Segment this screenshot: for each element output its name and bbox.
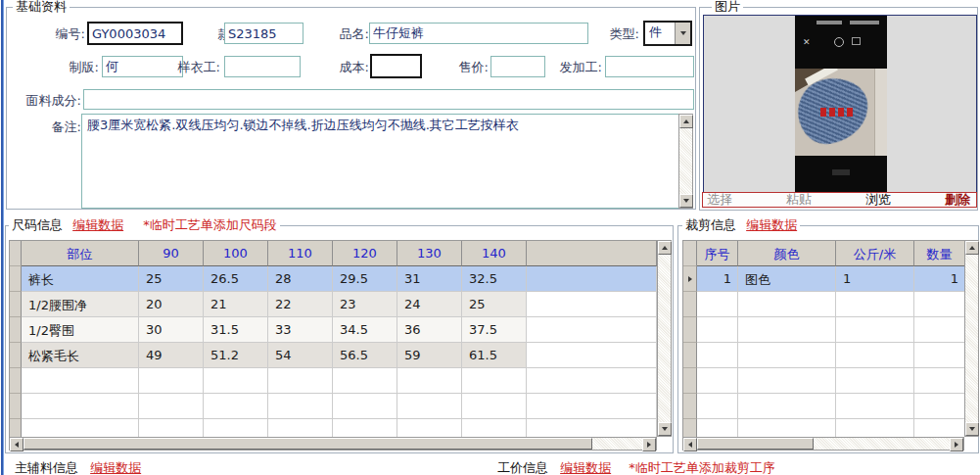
size-cell[interactable]: 26.5 [204,266,268,292]
window-left-border [0,0,4,475]
product-photo: ✕ [795,16,887,193]
size-col-header: 120 [333,241,397,266]
code-input[interactable] [87,22,183,45]
size-cell-part[interactable]: 1/2腰围净 [22,292,139,317]
materials-group-title: 主辅料信息 [15,460,78,475]
materials-edit-data-link[interactable]: 编辑数据 [90,460,141,475]
pattern-maker-label: 制版: [48,59,99,76]
size-note: *临时工艺单添加尺码段 [143,217,277,232]
size-cell[interactable]: 22 [268,292,333,317]
sample-worker-input[interactable] [224,56,301,77]
cutting-table-vscrollbar[interactable] [964,240,979,437]
labor-group-legend: 工价信息 编辑数据 *临时工艺单添加裁剪工序 [497,459,775,475]
phone-gallery-icon [852,37,861,45]
size-cell[interactable]: 37.5 [462,317,527,343]
cutting-cell-kgm[interactable]: 1 [836,266,914,292]
cutting-table: 序号 颜色 公斤/米 数量 1 图色 1 1 [682,240,964,437]
size-cell-part[interactable]: 松紧毛长 [22,343,139,368]
price-input[interactable] [490,56,545,77]
cutting-cell-color[interactable]: 图色 [738,266,836,292]
scroll-down-icon[interactable] [658,422,672,436]
labor-edit-data-link[interactable]: 编辑数据 [560,460,611,475]
picture-group-title: 图片 [712,0,743,15]
size-cell-part[interactable]: 裤长 [22,266,139,292]
type-dropdown-button[interactable] [675,23,690,44]
labor-group-title: 工价信息 [497,460,548,475]
outsource-label: 发加工: [543,59,602,76]
size-cell[interactable]: 33 [268,317,333,343]
size-cell[interactable]: 30 [139,317,204,343]
size-cell[interactable]: 29.5 [333,266,397,292]
scroll-up-icon[interactable] [965,241,979,255]
size-cell[interactable]: 24 [397,292,462,317]
size-table-vscrollbar[interactable] [657,240,672,437]
picture-group: 图片 ✕ 选择 粘贴 浏览 删除 [699,7,978,211]
scroll-up-icon[interactable] [679,115,693,128]
cutting-group-legend: 裁剪信息 编辑数据 [682,217,800,233]
size-edit-data-link[interactable]: 编辑数据 [72,217,123,232]
row-selector[interactable] [10,266,22,292]
remark-textarea[interactable]: 腰3厘米宽松紧.双线压均匀.锁边不掉线.折边压线均匀不抛线.其它工艺按样衣 [81,114,679,209]
cutting-cell-no[interactable]: 1 [697,266,738,292]
cutting-table-hscrollbar[interactable] [682,437,964,451]
size-table: 部位 90 100 110 120 130 140 裤长 25 26.5 28 … [9,240,657,437]
remark-scrollbar[interactable] [678,114,693,209]
row-marker-icon [688,276,692,282]
scroll-down-icon[interactable] [679,194,693,208]
cutting-cell-qty[interactable]: 1 [914,266,964,292]
cost-input[interactable] [370,54,422,78]
cutting-col-header: 公斤/米 [836,241,914,266]
type-combobox[interactable]: 件 [643,21,692,46]
fabric-input[interactable] [83,89,694,110]
size-cell[interactable]: 49 [139,343,204,368]
size-cell[interactable]: 59 [397,343,462,368]
size-cell[interactable]: 25 [139,266,204,292]
scrollbar-thumb[interactable] [697,438,814,450]
photo-phone-bottombar [795,156,887,192]
size-cell[interactable]: 51.2 [204,343,268,368]
product-name-input[interactable] [369,23,588,44]
cutting-edit-data-link[interactable]: 编辑数据 [746,217,797,232]
sample-worker-label: 样衣工: [152,59,220,76]
scrollbar-thumb[interactable] [23,438,592,450]
size-cell[interactable]: 31.5 [204,317,268,343]
size-cell[interactable]: 54 [268,343,333,368]
row-selector[interactable] [10,343,22,368]
size-cell[interactable]: 34.5 [333,317,397,343]
size-info-group: 尺码信息 编辑数据 *临时工艺单添加尺码段 部位 90 100 110 120 … [5,225,674,453]
scroll-right-icon[interactable] [950,438,963,451]
style-no-input[interactable] [224,23,303,44]
paste-button[interactable]: 粘贴 [786,191,812,209]
scroll-left-icon[interactable] [683,438,697,451]
scroll-up-icon[interactable] [658,241,672,255]
photo-red-watermark [820,108,854,117]
size-cell[interactable]: 36 [397,317,462,343]
picture-box: ✕ [703,15,977,208]
select-button[interactable]: 选择 [707,191,732,209]
outsource-input[interactable] [605,56,694,77]
size-col-header: 140 [462,241,527,266]
size-group-legend: 尺码信息 编辑数据 *临时工艺单添加尺码段 [9,217,280,233]
scroll-down-icon[interactable] [965,422,979,436]
row-selector[interactable] [10,317,22,343]
product-name-label: 品名: [322,25,369,43]
size-cell[interactable]: 56.5 [333,343,397,368]
size-cell[interactable]: 28 [268,266,333,292]
size-cell[interactable]: 23 [333,292,397,317]
scroll-left-icon[interactable] [10,438,23,451]
size-cell[interactable]: 61.5 [462,343,527,368]
cutting-group-title: 裁剪信息 [685,217,736,232]
size-cell-part[interactable]: 1/2臀围 [22,317,139,343]
size-cell[interactable]: 25 [462,292,527,317]
type-label: 类型: [592,25,639,43]
delete-button[interactable]: 删除 [945,191,970,209]
browse-button[interactable]: 浏览 [865,191,891,209]
size-cell[interactable]: 31 [397,266,462,292]
scroll-right-icon[interactable] [642,438,656,451]
size-cell[interactable]: 20 [139,292,204,317]
row-selector[interactable] [683,266,697,292]
size-table-hscrollbar[interactable] [9,437,657,451]
size-cell[interactable]: 21 [204,292,268,317]
size-cell[interactable]: 32.5 [462,266,527,292]
row-selector[interactable] [10,292,22,317]
